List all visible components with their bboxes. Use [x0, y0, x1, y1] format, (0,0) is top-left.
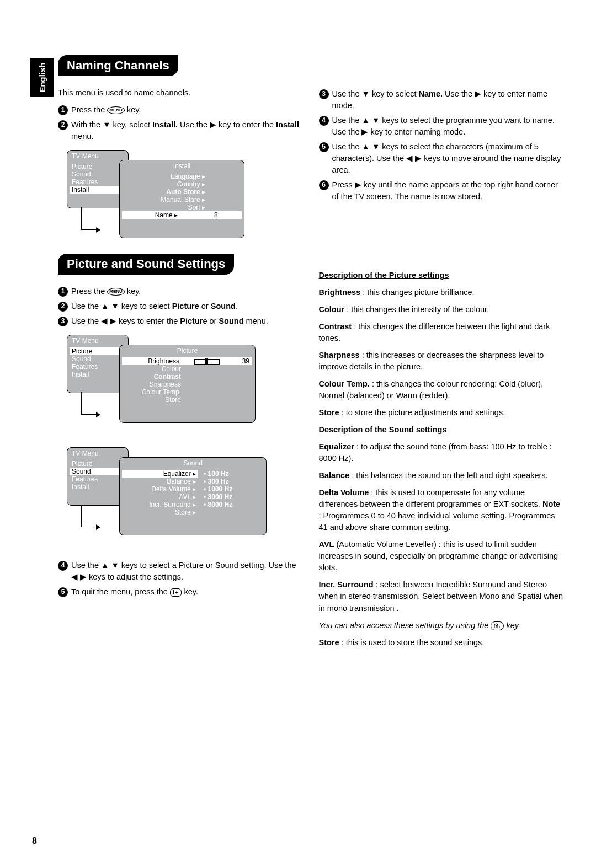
naming-step-1: 1 Press the MENU key.: [58, 104, 302, 116]
desc-avl: AVL (Automatic Volume Leveller) : this i…: [319, 539, 563, 574]
desc-sound-note: You can also access these settings by us…: [319, 620, 563, 631]
heading-desc-picture: Description of the Picture settings: [319, 270, 563, 281]
naming-step-2: 2 With the ▼ key, select Install. Use th…: [58, 119, 302, 142]
arrow-icon: [81, 392, 97, 415]
diagram-sound-menu: TV Menu Picture Sound Features Install S…: [61, 447, 302, 550]
desc-sharpness: Sharpness : this increases or decreases …: [319, 350, 563, 373]
naming-step-6: 6 Press ▶ key until the name appears at …: [319, 179, 563, 202]
heading-picsound: Picture and Sound Settings: [58, 254, 234, 275]
picsound-step-1: 1 Press the MENU key.: [58, 286, 302, 297]
arrow-icon: [81, 207, 97, 230]
sound-key-icon: [491, 621, 504, 630]
arrow-icon: [81, 505, 97, 527]
content-columns: Naming Channels This menu is used to nam…: [58, 55, 563, 654]
naming-step-3: 3 Use the ▼ key to select Name. Use the …: [319, 88, 563, 111]
slider-icon: [194, 359, 220, 365]
desc-brightness: Brightness : this changes picture brilli…: [319, 287, 563, 298]
install-panel: Install Language ▸ Country ▸ Auto Store …: [119, 160, 244, 238]
desc-contrast: Contrast : this changes the difference b…: [319, 321, 563, 344]
install-items: Language ▸ Country ▸ Auto Store ▸ Manual…: [120, 172, 244, 221]
picsound-step-4: 4 Use the ▲ ▼ keys to select a Picture o…: [58, 560, 302, 583]
step-badge-2: 2: [58, 120, 68, 130]
diagram-install-menu: TV Menu Picture Sound Features Install I…: [61, 150, 302, 244]
naming-intro: This menu is used to name channels.: [58, 87, 302, 99]
page-number: 8: [32, 836, 37, 846]
naming-step-4: 4 Use the ▲ ▼ keys to select the program…: [319, 115, 563, 138]
language-label: English: [38, 62, 47, 92]
desc-balance: Balance : this balances the sound on the…: [319, 470, 563, 481]
heading-desc-sound: Description of the Sound settings: [319, 424, 563, 436]
desc-colour-temp: Colour Temp. : this changes the colour r…: [319, 378, 563, 401]
heading-naming: Naming Channels: [58, 55, 178, 76]
step-badge-1: 1: [58, 105, 68, 115]
menu-key-icon: MENU: [107, 106, 125, 114]
picsound-step-3: 3 Use the ◀ ▶ keys to enter the Picture …: [58, 315, 302, 327]
picsound-step-2: 2 Use the ▲ ▼ keys to select Picture or …: [58, 301, 302, 312]
desc-sound-store: Store : this is used to store the sound …: [319, 637, 563, 649]
menu-key-icon: MENU: [107, 288, 125, 296]
desc-delta-volume: Delta Volume : this is used to compensat…: [319, 487, 563, 533]
picsound-step-5: 5 To quit the menu, press the i+ key.: [58, 586, 302, 598]
manual-page: English Naming Channels This menu is use…: [0, 0, 596, 868]
iplus-key-icon: i+: [170, 588, 182, 597]
left-column: Naming Channels This menu is used to nam…: [58, 55, 302, 654]
naming-step-5: 5 Use the ▲ ▼ keys to select the charact…: [319, 141, 563, 176]
desc-incr-surround: Incr. Surround : select between Incredib…: [319, 579, 563, 614]
right-column: 3 Use the ▼ key to select Name. Use the …: [319, 55, 563, 654]
diagram-picture-menu: TV Menu Picture Sound Features Install P…: [61, 335, 302, 437]
language-tab: English: [30, 58, 54, 97]
desc-pic-store: Store : to store the picture adjustments…: [319, 407, 563, 419]
desc-colour: Colour : this changes the intensity of t…: [319, 304, 563, 315]
desc-equalizer: Equalizer : to adjust the sound tone (fr…: [319, 441, 563, 464]
